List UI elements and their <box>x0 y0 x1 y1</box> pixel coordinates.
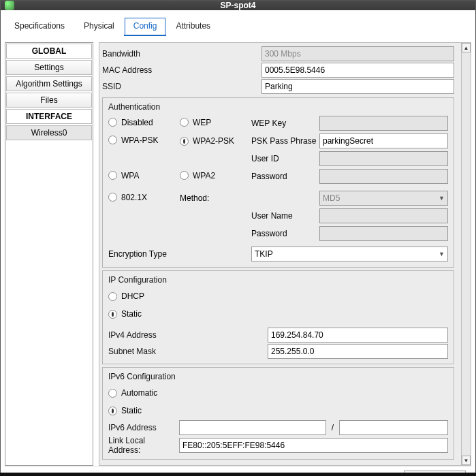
lla-label: Link Local Address: <box>108 436 176 455</box>
ipv4-input[interactable] <box>268 328 448 343</box>
app-window: SP-spot4 Specifications Physical Config … <box>0 0 476 476</box>
scroll-up-icon[interactable]: ▲ <box>462 43 471 52</box>
sidebar-header-interface: INTERFACE <box>6 109 92 124</box>
chevron-down-icon: ▼ <box>439 195 445 202</box>
radio-ip-dhcp[interactable]: DHCP <box>108 291 144 301</box>
tab-config[interactable]: Config <box>124 17 167 36</box>
password2-label: Password <box>251 229 319 238</box>
radio-auth-8021x[interactable]: 802.1X <box>108 193 147 202</box>
vertical-scrollbar[interactable]: ▲ ▼ <box>462 42 471 466</box>
method-label: Method: <box>180 193 251 203</box>
main-area: GLOBAL Settings Algorithm Settings Files… <box>5 37 471 466</box>
bandwidth-input <box>261 46 454 61</box>
lla-input[interactable] <box>179 438 448 453</box>
taskbar <box>0 473 476 476</box>
psk-label: PSK Pass Phrase <box>251 136 319 146</box>
subnet-input[interactable] <box>268 344 448 359</box>
radio-ip-static[interactable]: Static <box>108 309 142 319</box>
scroll-down-icon[interactable]: ▼ <box>462 456 471 465</box>
ipv6-prefix-input[interactable] <box>339 420 448 435</box>
subnet-label: Subnet Mask <box>108 347 265 356</box>
tab-specifications[interactable]: Specifications <box>5 17 74 36</box>
ipconfig-group: IP Configuration DHCP Static IPv4 Addres… <box>102 270 454 364</box>
titlebar: SP-spot4 <box>1 1 475 10</box>
chevron-down-icon: ▼ <box>439 251 445 257</box>
bandwidth-label: Bandwidth <box>102 49 259 59</box>
radio-auth-wpapsk[interactable]: WPA-PSK <box>108 136 158 145</box>
wepkey-input <box>319 116 448 131</box>
ipv6-label: IPv6 Address <box>108 423 176 432</box>
ssid-label: SSID <box>102 82 259 91</box>
config-panel: Bandwidth MAC Address SSID Authenticatio… <box>99 42 462 466</box>
radio-auth-wpa[interactable]: WPA <box>108 171 139 180</box>
username-label: User Name <box>251 211 319 221</box>
radio-ip6-static[interactable]: Static <box>108 406 142 415</box>
ipv4-label: IPv4 Address <box>108 330 265 340</box>
method-select: MD5▼ <box>319 191 448 206</box>
ip6config-title: IPv6 Configuration <box>108 372 448 381</box>
sidebar-item-settings[interactable]: Settings <box>6 60 92 75</box>
userid-input <box>319 151 448 166</box>
encryption-select[interactable]: TKIP▼ <box>251 247 448 261</box>
radio-auth-wep[interactable]: WEP <box>180 118 211 127</box>
panel-wrap: Bandwidth MAC Address SSID Authenticatio… <box>99 42 471 466</box>
radio-auth-wpa2[interactable]: WPA2 <box>180 171 215 180</box>
tab-bar: Specifications Physical Config Attribute… <box>5 17 471 37</box>
sidebar-item-wireless0[interactable]: Wireless0 <box>6 125 92 140</box>
username-input <box>319 208 448 223</box>
ipconfig-title: IP Configuration <box>108 275 448 285</box>
radio-auth-wpa2psk[interactable]: WPA2-PSK <box>180 136 234 146</box>
sidebar-item-algorithm-settings[interactable]: Algorithm Settings <box>6 76 92 91</box>
password-input <box>319 169 448 184</box>
password2-input <box>319 226 448 241</box>
mac-label: MAC Address <box>102 65 259 75</box>
window-title: SP-spot4 <box>1 1 475 10</box>
userid-label: User ID <box>251 154 319 163</box>
mac-input[interactable] <box>261 63 454 78</box>
auth-group: Authentication Disabled WEP WEP Key WPA-… <box>102 97 454 268</box>
ip6config-group: IPv6 Configuration Automatic Static IPv6… <box>102 367 454 460</box>
content-area: Specifications Physical Config Attribute… <box>1 10 475 476</box>
password-label: Password <box>251 172 319 181</box>
wepkey-label: WEP Key <box>251 118 319 128</box>
sidebar: GLOBAL Settings Algorithm Settings Files… <box>5 42 93 466</box>
sidebar-item-files[interactable]: Files <box>6 93 92 108</box>
psk-input[interactable] <box>319 133 448 148</box>
ipv6-input[interactable] <box>179 420 326 435</box>
slash-separator: / <box>329 423 336 432</box>
encryption-label: Encryption Type <box>108 249 251 259</box>
radio-ip6-auto[interactable]: Automatic <box>108 388 157 398</box>
sidebar-header-global: GLOBAL <box>6 44 92 59</box>
tab-attributes[interactable]: Attributes <box>166 17 220 36</box>
tab-physical[interactable]: Physical <box>74 17 124 36</box>
radio-auth-disabled[interactable]: Disabled <box>108 118 153 127</box>
ssid-input[interactable] <box>261 79 454 94</box>
auth-title: Authentication <box>108 102 448 112</box>
